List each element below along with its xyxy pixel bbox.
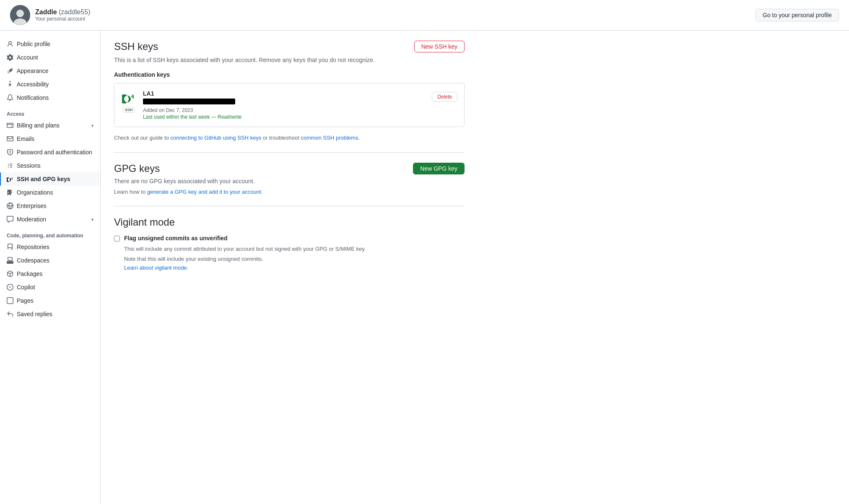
sidebar-item-organizations[interactable]: Organizations	[0, 186, 100, 199]
divider-1	[114, 152, 465, 153]
avatar	[10, 5, 30, 25]
access-section-label: Access	[0, 104, 100, 119]
ssh-description: This is a list of SSH keys associated wi…	[114, 56, 465, 65]
vigilant-learn-link[interactable]: Learn about vigilant mode.	[124, 265, 465, 271]
vigilant-checkbox-row: Flag unsigned commits as unverified	[114, 235, 465, 242]
sidebar-item-saved-replies[interactable]: Saved replies	[0, 307, 100, 321]
sessions-icon	[7, 162, 13, 169]
new-ssh-key-button[interactable]: New SSH key	[414, 41, 465, 52]
svg-point-1	[16, 10, 24, 17]
main-content: SSH keys New SSH key This is a list of S…	[101, 31, 478, 504]
ssh-problems-link[interactable]: common SSH problems	[301, 135, 358, 141]
envelope-icon	[7, 135, 13, 142]
new-gpg-key-button[interactable]: New GPG key	[413, 163, 465, 174]
sidebar-item-notifications[interactable]: Notifications	[0, 91, 100, 104]
sidebar-item-enterprises[interactable]: Enterprises	[0, 199, 100, 213]
sidebar-item-repositories[interactable]: Repositories	[0, 240, 100, 254]
copilot-icon	[7, 284, 13, 291]
sidebar-item-moderation[interactable]: Moderation ▾	[0, 213, 100, 226]
gear-icon	[7, 54, 13, 61]
vigilant-section-title: Vigilant mode	[114, 216, 465, 228]
key-name: LA1	[143, 90, 425, 97]
top-header: Zaddle (zaddle55) Your personal account …	[0, 0, 849, 31]
gpg-description: There are no GPG keys associated with yo…	[114, 178, 465, 184]
sidebar-label-saved-replies: Saved replies	[17, 311, 52, 317]
main-layout: Public profile Account Appearance	[0, 31, 849, 504]
moderation-icon	[7, 216, 13, 223]
sidebar-label-packages: Packages	[17, 270, 42, 277]
repo-icon	[7, 244, 13, 250]
sidebar-label-repositories: Repositories	[17, 244, 49, 250]
key-date: Added on Dec 7, 2023	[143, 107, 425, 113]
sidebar-label-organizations: Organizations	[17, 189, 53, 196]
package-icon	[7, 270, 13, 277]
sidebar-item-accessibility[interactable]: Accessibility	[0, 78, 100, 91]
sidebar-item-appearance[interactable]: Appearance	[0, 64, 100, 78]
sidebar-item-account[interactable]: Account	[0, 51, 100, 64]
gpg-section-title: GPG keys	[114, 163, 160, 174]
sidebar-item-billing[interactable]: Billing and plans ▾	[0, 119, 100, 132]
chevron-down-icon: ▾	[91, 123, 93, 128]
person-icon	[7, 41, 13, 47]
sidebar-item-copilot[interactable]: Copilot	[0, 281, 100, 294]
guide-text: Check out our guide to connecting to Git…	[114, 134, 465, 142]
user-info: Zaddle (zaddle55) Your personal account	[10, 5, 91, 25]
vigilant-checkbox-label[interactable]: Flag unsigned commits as unverified	[124, 235, 228, 242]
ssh-badge: SSH	[123, 107, 135, 113]
globe-icon	[7, 203, 13, 209]
sidebar-label-pages: Pages	[17, 297, 34, 304]
sidebar-label-sessions: Sessions	[17, 162, 41, 169]
accessibility-icon	[7, 81, 13, 88]
sidebar: Public profile Account Appearance	[0, 31, 101, 504]
reply-icon	[7, 311, 13, 317]
vigilant-checkbox[interactable]	[114, 236, 120, 242]
organization-icon	[7, 189, 13, 196]
key-icon-wrapper: SSH	[121, 90, 136, 113]
sidebar-label-billing: Billing and plans	[17, 122, 60, 129]
ssh-section-header: SSH keys New SSH key	[114, 41, 465, 52]
gpg-learn-link[interactable]: generate a GPG key and add it to your ac…	[147, 189, 261, 195]
sidebar-item-pages[interactable]: Pages	[0, 294, 100, 307]
gpg-learn-text: Learn how to generate a GPG key and add …	[114, 189, 262, 195]
code-section-label: Code, planning, and automation	[0, 226, 100, 240]
sidebar-label-enterprises: Enterprises	[17, 203, 47, 209]
key-icon	[7, 176, 13, 182]
ssh-section-title: SSH keys	[114, 41, 158, 52]
vigilant-desc-2: Note that this will include your existin…	[124, 255, 465, 263]
ssh-key-card: SSH LA1 Added on Dec 7, 2023 Last used w…	[114, 83, 465, 127]
ssh-guide-link[interactable]: connecting to GitHub using SSH keys	[170, 135, 261, 141]
chevron-down-icon-moderation: ▾	[91, 217, 93, 222]
sidebar-label-account: Account	[17, 54, 38, 61]
sidebar-label-notifications: Notifications	[17, 94, 49, 101]
ssh-key-icon	[121, 90, 136, 105]
sidebar-label-codespaces: Codespaces	[17, 257, 49, 264]
key-info: LA1 Added on Dec 7, 2023 Last used withi…	[143, 90, 425, 120]
sidebar-item-sessions[interactable]: Sessions	[0, 159, 100, 172]
username: Zaddle (zaddle55)	[35, 8, 91, 16]
sidebar-item-codespaces[interactable]: Codespaces	[0, 254, 100, 267]
sidebar-item-public-profile[interactable]: Public profile	[0, 37, 100, 51]
sidebar-item-packages[interactable]: Packages	[0, 267, 100, 281]
divider-2	[114, 206, 465, 206]
auth-keys-title: Authentication keys	[114, 71, 465, 78]
sidebar-item-emails[interactable]: Emails	[0, 132, 100, 145]
user-subtitle: Your personal account	[35, 16, 91, 22]
sidebar-item-ssh-gpg[interactable]: SSH and GPG keys	[0, 172, 100, 186]
vigilant-desc-1: This will include any commit attributed …	[124, 245, 465, 253]
bell-icon	[7, 94, 13, 101]
sidebar-label-emails: Emails	[17, 135, 34, 142]
sidebar-label-public-profile: Public profile	[17, 41, 50, 47]
go-to-profile-button[interactable]: Go to your personal profile	[756, 9, 839, 21]
pages-icon	[7, 297, 13, 304]
sidebar-label-appearance: Appearance	[17, 68, 49, 74]
delete-ssh-key-button[interactable]: Delete	[432, 92, 457, 102]
sidebar-label-moderation: Moderation	[17, 216, 46, 223]
sidebar-label-accessibility: Accessibility	[17, 81, 49, 88]
sidebar-label-password: Password and authentication	[17, 149, 92, 156]
codespaces-icon	[7, 257, 13, 264]
sidebar-item-password[interactable]: Password and authentication	[0, 145, 100, 159]
sidebar-label-ssh-gpg: SSH and GPG keys	[17, 176, 70, 182]
sidebar-label-copilot: Copilot	[17, 284, 35, 291]
key-fingerprint	[143, 99, 235, 104]
key-last-used: Last used within the last week — Read/wr…	[143, 114, 425, 120]
